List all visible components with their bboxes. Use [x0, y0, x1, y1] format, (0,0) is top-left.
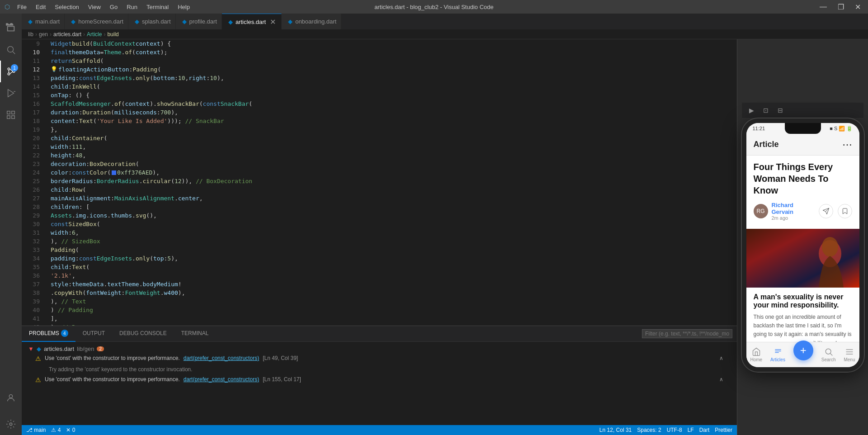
window-title: articles.dart - blog_club2 - Visual Stud…: [374, 4, 494, 10]
svg-rect-7: [7, 111, 10, 114]
breadcrumb-class[interactable]: Article: [87, 31, 102, 38]
svg-point-3: [8, 73, 10, 75]
tab-problems[interactable]: PROBLEMS 4: [22, 326, 75, 342]
tab-homescreen-dart[interactable]: ◆ homeScreen.dart: [65, 14, 128, 29]
breadcrumb-lib[interactable]: lib: [28, 31, 33, 38]
code-line-42: ), // Row: [49, 323, 737, 326]
fab-button[interactable]: +: [793, 340, 813, 360]
svg-point-12: [9, 423, 12, 426]
nav-search-label: Search: [821, 357, 836, 362]
encoding[interactable]: UTF-8: [667, 427, 682, 433]
menu-selection[interactable]: Selection: [51, 4, 82, 10]
breadcrumb-method[interactable]: build: [107, 31, 118, 38]
layout-toggle[interactable]: ⊡: [760, 105, 771, 115]
menu-edit[interactable]: Edit: [32, 4, 49, 10]
menu-view[interactable]: View: [85, 4, 104, 10]
git-branch[interactable]: ⎇ main: [26, 427, 46, 433]
tabs-bar: ◆ main.dart ◆ homeScreen.dart ◆ splash.d…: [22, 14, 868, 29]
tab-close-button[interactable]: ✕: [269, 18, 277, 26]
formatter[interactable]: Prettier: [715, 427, 732, 433]
phone-frame: 11:21 ■ S 📶 🔋 Article ⋯ Four Things Ever…: [742, 118, 864, 372]
author-name: Richard Gervain: [772, 202, 815, 215]
nav-articles[interactable]: Articles: [770, 347, 785, 362]
play-button[interactable]: ▶: [746, 105, 757, 115]
tab-splash-dart[interactable]: ◆ splash.dart: [128, 14, 176, 29]
nav-fab[interactable]: +: [793, 350, 813, 360]
ln-36: 36: [22, 271, 44, 280]
code-content[interactable]: 9 10 11 12 13 14 15 16 17 18 19 20 21 22: [22, 39, 737, 326]
breadcrumb-gen[interactable]: gen: [39, 31, 48, 38]
tab-onboarding-dart[interactable]: ◆ onboarding.dart: [282, 14, 341, 29]
nav-search[interactable]: Search: [821, 347, 836, 362]
ln-31: 31: [22, 228, 44, 237]
code-line-23: decoration: BoxDecoration(: [49, 160, 737, 168]
dart-icon: ◆: [28, 18, 33, 25]
activity-search[interactable]: [0, 39, 22, 61]
expand-icon-2[interactable]: ∧: [719, 375, 723, 383]
expand-icon-1[interactable]: ∧: [719, 354, 723, 362]
line-numbers: 9 10 11 12 13 14 15 16 17 18 19 20 21 22: [22, 39, 44, 326]
menu-help[interactable]: Help: [174, 4, 193, 10]
code-line-21: width: 111,: [49, 142, 737, 151]
split-view[interactable]: ⊟: [775, 105, 786, 115]
problem-item-1: ⚠ Use 'const' with the constructor to im…: [22, 353, 737, 364]
source-control-badge: 1: [11, 64, 18, 71]
nav-home[interactable]: Home: [750, 347, 762, 362]
tab-terminal[interactable]: TERMINAL: [174, 326, 216, 342]
activity-account[interactable]: [0, 387, 22, 409]
svg-point-15: [822, 237, 838, 257]
svg-point-16: [826, 349, 831, 354]
tab-main-dart[interactable]: ◆ main.dart: [22, 14, 65, 29]
problem-desc-1: Try adding the 'const' keyword to the co…: [22, 364, 737, 374]
phone-more-icon[interactable]: ⋯: [842, 139, 852, 151]
activity-explorer[interactable]: [0, 17, 22, 39]
code-lines[interactable]: Widget build(BuildContext context) { fin…: [44, 39, 737, 326]
code-line-27: mainAxisAlignment: MainAxisAlignment.cen…: [49, 194, 737, 203]
article-actions: [819, 204, 852, 218]
ln-30: 30: [22, 220, 44, 228]
bookmark-button[interactable]: [838, 204, 852, 218]
activity-source-control[interactable]: 1: [0, 61, 22, 82]
title-bar: ⬡ File Edit Selection View Go Run Termin…: [0, 0, 868, 14]
problems-count[interactable]: ⚠ 4: [51, 427, 61, 433]
tab-output[interactable]: OUTPUT: [75, 326, 112, 342]
close-button[interactable]: ✕: [852, 3, 863, 11]
language-mode[interactable]: Dart: [699, 427, 710, 433]
article-text: This one got an incredible amount of bac…: [754, 313, 852, 342]
problem-text-2: Use 'const' with the constructor to impr…: [45, 375, 180, 383]
minimize-button[interactable]: —: [817, 3, 830, 11]
tab-articles-dart[interactable]: ◆ articles.dart ✕: [222, 14, 282, 29]
article-subtitle: A man's sexuality is never your mind res…: [754, 293, 852, 309]
code-line-35: child: Text(: [49, 263, 737, 271]
menu-go[interactable]: Go: [106, 4, 121, 10]
errors-count[interactable]: ✕ 0: [66, 427, 75, 433]
problem-filepath: lib/gen: [77, 345, 94, 352]
tab-profile-dart[interactable]: ◆ profile.dart: [176, 14, 222, 29]
ln-25: 25: [22, 177, 44, 185]
menu-file[interactable]: File: [14, 4, 30, 10]
dart-icon: ◆: [228, 19, 233, 25]
cursor-position[interactable]: Ln 12, Col 31: [599, 427, 632, 433]
menu-terminal[interactable]: Terminal: [143, 4, 172, 10]
dart-icon: ◆: [182, 18, 187, 25]
line-endings[interactable]: LF: [688, 427, 694, 433]
ln-26: 26: [22, 185, 44, 194]
menu-run[interactable]: Run: [123, 4, 141, 10]
activity-extensions[interactable]: [0, 104, 22, 126]
restore-button[interactable]: ❐: [835, 3, 847, 11]
warning-icon-2: ⚠: [35, 375, 41, 385]
panel-filter-input[interactable]: [642, 329, 732, 338]
share-button[interactable]: [819, 204, 833, 218]
indentation[interactable]: Spaces: 2: [637, 427, 661, 433]
problem-link-2[interactable]: dart(prefer_const_constructors): [184, 375, 259, 383]
activity-settings[interactable]: [0, 413, 22, 435]
problem-link-1[interactable]: dart(prefer_const_constructors): [184, 354, 259, 362]
breadcrumb-file[interactable]: articles.dart: [53, 31, 81, 38]
collapse-icon[interactable]: ▼: [28, 345, 34, 352]
activity-run[interactable]: [0, 82, 22, 104]
tab-debug-console[interactable]: DEBUG CONSOLE: [112, 326, 174, 342]
code-line-22: height: 48,: [49, 151, 737, 160]
nav-menu[interactable]: Menu: [844, 347, 855, 362]
code-line-20: child: Container(: [49, 134, 737, 142]
main-container: 1 ◆ main.dart ◆ homeScreen.dart: [0, 14, 868, 435]
